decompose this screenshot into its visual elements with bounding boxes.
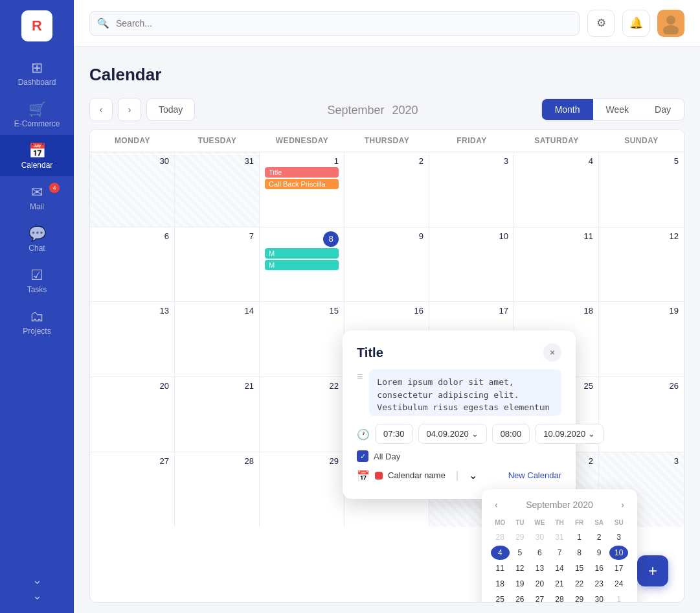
calendar-icon: 📅 bbox=[28, 144, 46, 158]
mini-day[interactable]: 2 bbox=[590, 530, 609, 544]
calendar-cell[interactable]: 21 bbox=[175, 377, 260, 452]
sidebar-item-mail[interactable]: ✉ 4 Mail bbox=[0, 176, 74, 218]
popup-description-field[interactable]: Lorem ipsum dolor sit amet, consectetur … bbox=[369, 369, 561, 416]
calendar-cell[interactable]: 2 bbox=[344, 152, 429, 227]
calendar-cell[interactable]: 12 bbox=[599, 227, 684, 302]
mini-day[interactable]: 27 bbox=[530, 592, 549, 603]
calendar-cell[interactable]: 26 bbox=[599, 377, 684, 452]
sidebar-item-projects[interactable]: 🗂 Projects bbox=[0, 301, 74, 342]
mini-day[interactable]: 23 bbox=[590, 577, 609, 591]
mini-day[interactable]: 22 bbox=[570, 577, 589, 591]
mini-day[interactable]: 7 bbox=[550, 546, 569, 560]
mini-day-selected[interactable]: 4 bbox=[491, 546, 510, 560]
mini-day[interactable]: 24 bbox=[609, 577, 628, 591]
sidebar-item-calendar[interactable]: 📅 Calendar bbox=[0, 135, 74, 176]
sidebar-item-ecommerce[interactable]: 🛒 E-Commerce bbox=[0, 93, 74, 135]
today-button[interactable]: Today bbox=[146, 98, 195, 121]
mini-day[interactable]: 5 bbox=[511, 546, 530, 560]
mini-day[interactable]: 13 bbox=[530, 561, 549, 575]
calendar-cell[interactable]: 7 bbox=[175, 227, 260, 302]
calendar-event[interactable]: Title bbox=[265, 167, 339, 178]
mini-day[interactable]: 30 bbox=[530, 530, 549, 544]
calendar-cell[interactable]: 22 bbox=[260, 377, 344, 452]
calendar-cell[interactable]: 14 bbox=[175, 302, 260, 376]
mini-day[interactable]: 28 bbox=[550, 592, 569, 603]
sidebar-more[interactable]: ⌄ ⌄ bbox=[0, 573, 74, 613]
sidebar-item-chat[interactable]: 💬 Chat bbox=[0, 218, 74, 259]
mini-day[interactable]: 3 bbox=[609, 530, 628, 544]
mini-day[interactable]: 1 bbox=[570, 530, 589, 544]
week-view-button[interactable]: Week bbox=[593, 99, 642, 120]
mini-day[interactable]: 9 bbox=[590, 546, 609, 560]
new-calendar-link[interactable]: New Calendar bbox=[508, 470, 561, 480]
calendar-cell[interactable]: 5 bbox=[599, 152, 684, 227]
add-event-button[interactable]: + bbox=[637, 555, 668, 586]
mini-day-header: FR bbox=[570, 518, 589, 529]
mini-day[interactable]: 14 bbox=[550, 561, 569, 575]
mini-day[interactable]: 25 bbox=[491, 592, 510, 603]
calendar-cell[interactable]: 28 bbox=[175, 452, 260, 527]
popup-calendar-row: 📅 Calendar name | ⌄ New Calendar bbox=[357, 468, 561, 482]
mini-day[interactable]: 8 bbox=[570, 546, 589, 560]
mini-day[interactable]: 12 bbox=[511, 561, 530, 575]
mini-day[interactable]: 17 bbox=[609, 561, 628, 575]
calendar-cell[interactable]: 4 bbox=[514, 152, 599, 227]
tasks-icon: ☑ bbox=[30, 268, 43, 283]
user-avatar[interactable] bbox=[657, 10, 684, 37]
mini-day[interactable]: 18 bbox=[491, 577, 510, 591]
start-date-field[interactable]: 04.09.2020 ⌄ bbox=[418, 424, 487, 444]
mini-prev-month-button[interactable]: ‹ bbox=[491, 498, 502, 511]
calendar-cell[interactable]: 13 bbox=[90, 302, 175, 376]
day-view-button[interactable]: Day bbox=[642, 99, 684, 120]
sidebar-item-dashboard[interactable]: ⊞ Dashboard bbox=[0, 52, 74, 93]
mini-next-month-button[interactable]: › bbox=[617, 498, 628, 511]
calendar-event[interactable]: Call Back Priscilla bbox=[265, 179, 339, 189]
mini-day[interactable]: 30 bbox=[590, 592, 609, 603]
popup-close-button[interactable]: × bbox=[543, 343, 561, 362]
start-time-field[interactable]: 07:30 bbox=[375, 424, 413, 444]
end-date-field[interactable]: 10.09.2020 ⌄ bbox=[535, 424, 604, 444]
calendar-event[interactable]: M bbox=[265, 248, 339, 259]
mini-day[interactable]: 31 bbox=[550, 530, 569, 544]
mini-day[interactable]: 1 bbox=[609, 592, 628, 603]
mini-day-today[interactable]: 10 bbox=[609, 546, 628, 560]
calendar-cell[interactable]: 1 Title Call Back Priscilla bbox=[260, 152, 344, 227]
settings-button[interactable]: ⚙ bbox=[587, 10, 615, 37]
mini-day[interactable]: 20 bbox=[530, 577, 549, 591]
month-view-button[interactable]: Month bbox=[542, 99, 593, 120]
calendar-cell[interactable]: 19 bbox=[599, 302, 684, 376]
calendar-cell[interactable]: 10 bbox=[429, 227, 514, 302]
app-logo[interactable]: R bbox=[21, 10, 52, 41]
calendar-cell[interactable]: 9 bbox=[344, 227, 429, 302]
calendar-cell[interactable]: 29 bbox=[260, 452, 344, 527]
mini-day[interactable]: 21 bbox=[550, 577, 569, 591]
search-input[interactable] bbox=[89, 11, 580, 36]
sidebar-item-tasks[interactable]: ☑ Tasks bbox=[0, 259, 74, 301]
mini-day[interactable]: 29 bbox=[570, 592, 589, 603]
calendar-cell[interactable]: 31 bbox=[175, 152, 260, 227]
calendar-event[interactable]: M bbox=[265, 260, 339, 270]
calendar-cell[interactable]: 11 bbox=[514, 227, 599, 302]
calendar-cell[interactable]: 30 bbox=[90, 152, 175, 227]
mini-day[interactable]: 11 bbox=[491, 561, 510, 575]
calendar-cell[interactable]: 27 bbox=[90, 452, 175, 527]
calendar-cell[interactable]: 20 bbox=[90, 377, 175, 452]
calendar-cell[interactable]: 15 bbox=[260, 302, 344, 376]
popup-description-row: ≡ Lorem ipsum dolor sit amet, consectetu… bbox=[357, 369, 561, 416]
mini-day[interactable]: 26 bbox=[511, 592, 530, 603]
mini-calendar-header: ‹ September 2020 › bbox=[491, 498, 628, 511]
end-time-field[interactable]: 08:00 bbox=[492, 424, 530, 444]
allday-checkbox[interactable]: ✓ bbox=[357, 450, 368, 462]
mini-day[interactable]: 16 bbox=[590, 561, 609, 575]
calendar-cell[interactable]: 6 bbox=[90, 227, 175, 302]
next-month-button[interactable]: › bbox=[118, 98, 141, 121]
mini-day[interactable]: 19 bbox=[511, 577, 530, 591]
mini-day[interactable]: 28 bbox=[491, 530, 510, 544]
mini-day[interactable]: 15 bbox=[570, 561, 589, 575]
calendar-cell-today[interactable]: 8 M M bbox=[260, 227, 344, 302]
mini-day[interactable]: 29 bbox=[511, 530, 530, 544]
mini-day[interactable]: 6 bbox=[530, 546, 549, 560]
notifications-button[interactable]: 🔔 bbox=[622, 10, 649, 37]
prev-month-button[interactable]: ‹ bbox=[89, 98, 113, 121]
calendar-cell[interactable]: 3 bbox=[429, 152, 514, 227]
